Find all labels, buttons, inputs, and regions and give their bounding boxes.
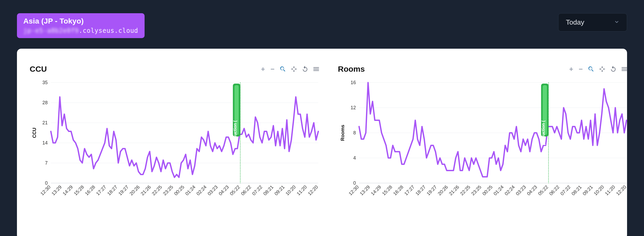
chart-title: CCU bbox=[30, 65, 47, 74]
svg-text:23:25: 23:25 bbox=[162, 184, 174, 197]
svg-text:CCU: CCU bbox=[32, 128, 37, 138]
chart-plot-ccu[interactable]: 0714212835CCU12:3013:2914:2915:2816:2817… bbox=[30, 80, 321, 229]
region-title: Asia (JP - Tokyo) bbox=[23, 17, 138, 25]
svg-text:12:30: 12:30 bbox=[348, 184, 360, 197]
svg-text:16:28: 16:28 bbox=[392, 184, 404, 197]
region-domain: jp-e5-a8b2e0f9 .colyseus.cloud bbox=[23, 27, 138, 34]
svg-text:05:22: 05:22 bbox=[537, 184, 549, 197]
svg-text:13:29: 13:29 bbox=[51, 184, 63, 197]
svg-text:06:22: 06:22 bbox=[240, 184, 252, 197]
region-badge[interactable]: Asia (JP - Tokyo) jp-e5-a8b2e0f9 .colyse… bbox=[17, 13, 145, 38]
svg-text:05:22: 05:22 bbox=[229, 184, 241, 197]
svg-text:21:26: 21:26 bbox=[140, 184, 152, 197]
svg-text:production (: production ( bbox=[541, 120, 545, 145]
zoom-in-icon[interactable]: + bbox=[260, 65, 266, 73]
reset-icon[interactable] bbox=[301, 65, 309, 73]
svg-text:Rooms: Rooms bbox=[340, 125, 345, 141]
svg-text:11:20: 11:20 bbox=[296, 184, 308, 197]
svg-text:19:27: 19:27 bbox=[117, 184, 129, 197]
svg-text:20:26: 20:26 bbox=[437, 184, 449, 197]
svg-text:07:22: 07:22 bbox=[251, 184, 263, 197]
chevron-down-icon bbox=[614, 19, 619, 26]
charts-panel: CCU + − 0714212835CCU12:3013:2914:2915 bbox=[17, 49, 627, 236]
svg-text:04:23: 04:23 bbox=[526, 184, 538, 197]
svg-text:16:28: 16:28 bbox=[84, 184, 96, 197]
svg-text:02:24: 02:24 bbox=[504, 184, 516, 197]
svg-text:22:25: 22:25 bbox=[459, 184, 471, 197]
svg-text:17:27: 17:27 bbox=[403, 184, 415, 197]
svg-text:21: 21 bbox=[42, 120, 48, 125]
chart-plot-rooms[interactable]: 0481216Rooms12:3013:2914:2915:2816:2817:… bbox=[338, 80, 629, 229]
svg-text:16: 16 bbox=[351, 80, 356, 85]
pan-tool-icon[interactable] bbox=[598, 65, 606, 73]
svg-text:08:21: 08:21 bbox=[262, 184, 275, 197]
svg-text:01:24: 01:24 bbox=[493, 184, 505, 197]
svg-text:17:27: 17:27 bbox=[95, 184, 107, 197]
svg-text:10:20: 10:20 bbox=[593, 184, 605, 197]
zoom-tool-icon[interactable] bbox=[279, 65, 287, 73]
zoom-out-icon[interactable]: − bbox=[270, 65, 275, 73]
svg-text:35: 35 bbox=[42, 80, 48, 85]
svg-text:07:22: 07:22 bbox=[559, 184, 571, 197]
chart-title: Rooms bbox=[338, 65, 365, 74]
svg-text:22:25: 22:25 bbox=[151, 184, 163, 197]
svg-text:21:26: 21:26 bbox=[448, 184, 460, 197]
svg-text:09:21: 09:21 bbox=[274, 184, 286, 197]
chart-card-rooms: Rooms + − 0481216Rooms12:3013:2914:291 bbox=[338, 65, 629, 229]
svg-text:12:30: 12:30 bbox=[39, 184, 52, 197]
chart-toolbar: + − bbox=[568, 65, 628, 73]
svg-text:14:29: 14:29 bbox=[370, 184, 382, 197]
pan-tool-icon[interactable] bbox=[290, 65, 298, 73]
svg-text:18:27: 18:27 bbox=[106, 184, 118, 197]
region-domain-suffix: .colyseus.cloud bbox=[79, 27, 138, 34]
svg-text:28: 28 bbox=[42, 100, 48, 105]
svg-text:03:23: 03:23 bbox=[207, 184, 219, 197]
svg-text:4: 4 bbox=[353, 155, 356, 161]
svg-text:15:28: 15:28 bbox=[73, 184, 85, 197]
time-range-select[interactable]: Today bbox=[558, 13, 627, 31]
svg-text:09:21: 09:21 bbox=[582, 184, 594, 197]
svg-text:12:20: 12:20 bbox=[307, 184, 319, 197]
svg-text:00:25: 00:25 bbox=[173, 184, 185, 197]
zoom-in-icon[interactable]: + bbox=[568, 65, 574, 73]
menu-icon[interactable] bbox=[312, 65, 320, 73]
svg-text:20:26: 20:26 bbox=[129, 184, 141, 197]
svg-text:18:27: 18:27 bbox=[414, 184, 427, 197]
svg-text:production (: production ( bbox=[233, 120, 237, 145]
svg-text:23:25: 23:25 bbox=[470, 184, 482, 197]
svg-text:02:24: 02:24 bbox=[195, 184, 208, 197]
time-range-label: Today bbox=[566, 18, 584, 26]
reset-icon[interactable] bbox=[610, 65, 617, 73]
svg-text:12:20: 12:20 bbox=[615, 184, 627, 197]
svg-text:00:25: 00:25 bbox=[481, 184, 494, 197]
chart-card-ccu: CCU + − 0714212835CCU12:3013:2914:2915 bbox=[30, 65, 321, 229]
svg-text:11:20: 11:20 bbox=[604, 184, 616, 197]
zoom-out-icon[interactable]: − bbox=[578, 65, 584, 73]
svg-text:19:27: 19:27 bbox=[426, 184, 438, 197]
svg-text:03:23: 03:23 bbox=[515, 184, 527, 197]
svg-text:13:29: 13:29 bbox=[359, 184, 371, 197]
svg-text:12: 12 bbox=[351, 105, 356, 110]
svg-text:14: 14 bbox=[42, 140, 48, 146]
svg-text:8: 8 bbox=[353, 130, 356, 135]
region-domain-blurred: jp-e5-a8b2e0f9 bbox=[23, 27, 79, 34]
svg-text:01:24: 01:24 bbox=[184, 184, 196, 197]
svg-text:10:20: 10:20 bbox=[285, 184, 297, 197]
zoom-tool-icon[interactable] bbox=[587, 65, 595, 73]
svg-text:04:23: 04:23 bbox=[218, 184, 230, 197]
svg-text:7: 7 bbox=[45, 160, 48, 166]
chart-toolbar: + − bbox=[260, 65, 320, 73]
svg-text:06:22: 06:22 bbox=[548, 184, 560, 197]
svg-text:15:28: 15:28 bbox=[381, 184, 393, 197]
svg-text:08:21: 08:21 bbox=[571, 184, 583, 197]
menu-icon[interactable] bbox=[621, 65, 628, 73]
svg-text:14:29: 14:29 bbox=[62, 184, 74, 197]
